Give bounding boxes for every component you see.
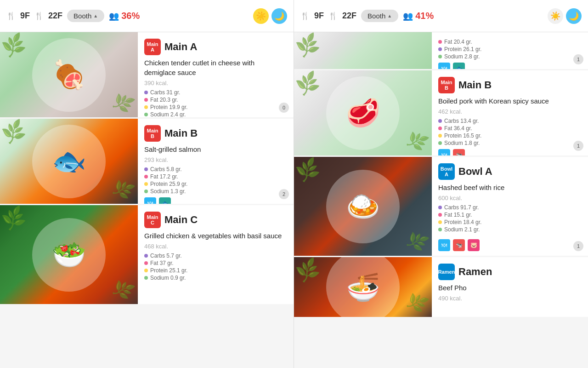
food-image-main-b-right: 🌿 🥩 🌿 [294, 70, 432, 155]
dish-name-main-b-right: Boiled pork with Korean spicy sauce [438, 96, 582, 106]
dot-carbs-main-b [144, 167, 148, 171]
menu-info-bowl-a: Bowl A Bowl A Hashed beef with rice 600 … [432, 157, 588, 256]
left-theme-icons: ☀️ 🌙 [253, 8, 287, 24]
nutrition-main-c: Carbs 5.7 gr. Fat 37 gr. Protein 25.1 gr… [144, 253, 287, 281]
dish-circle-ramen: 🍜 [326, 257, 400, 317]
left-booth-button[interactable]: Booth ▲ [67, 10, 104, 22]
comment-badge-main-a: 0 [279, 103, 289, 113]
leaf-decor-8: 🌿 [294, 70, 322, 98]
bottom-row-partial: 🍽 🐟 [438, 60, 582, 69]
right-header: 🍴 9F 🍴 22F Booth ▲ 👥 41% ☀️ 🌙 [294, 0, 588, 32]
right-booth-label: Booth [368, 12, 385, 20]
menu-item-partial: 🌿 Fat 20.4 gr. Protein 26.1 gr. [294, 32, 588, 69]
dish-name-main-c: Grilled chicken & vegetables with basil … [144, 231, 287, 241]
diet-badge-blue-bowl-a: 🍽 [438, 239, 450, 251]
left-capacity-value: 36% [121, 11, 140, 21]
left-sun-icon[interactable]: ☀️ [253, 8, 269, 24]
leaf-decor-6: 🌿 [110, 277, 137, 304]
leaf-decor-12: 🌿 [294, 257, 322, 284]
nutrition-carbs-main-a: Carbs 31 gr. [144, 89, 287, 96]
left-scroll-area[interactable]: 🌿 🍖 🌿 Main A Main A Chicken tender cutle… [0, 32, 294, 368]
comment-circle-main-b-right: 1 [573, 141, 583, 151]
right-panel: 🍴 9F 🍴 22F Booth ▲ 👥 41% ☀️ 🌙 � [294, 0, 588, 368]
category-label-main-c: Main C [164, 214, 198, 226]
food-image-main-b: 🌿 🐟 🌿 [0, 119, 138, 204]
right-floor1: 9F [314, 11, 324, 21]
diet-badge-teal-partial: 🐟 [453, 63, 465, 69]
category-badge-bowl-a: Bowl A [438, 163, 455, 180]
food-image-main-a: 🌿 🍖 🌿 [0, 32, 138, 117]
right-booth-button[interactable]: Booth ▲ [361, 10, 398, 22]
dot-protein-main-b-right [438, 134, 442, 138]
dish-name-bowl-a: Hashed beef with rice [438, 183, 582, 192]
comment-badge-partial: 1 [573, 54, 583, 64]
food-image-ramen: 🌿 🍜 🌿 [294, 257, 432, 317]
kcal-main-a: 390 kcal. [144, 80, 287, 86]
nutrition-main-b: Carbs 5.8 gr. Fat 17.2 gr. Protein 25.9 … [144, 166, 287, 195]
leaf-decor-2: 🌿 [110, 90, 137, 117]
category-badge-main-b-right: Main B [438, 77, 455, 93]
diet-badge-blue-partial: 🍽 [438, 63, 450, 69]
category-row-main-c: Main C Main C [144, 212, 287, 228]
menu-item-main-a: 🌿 🍖 🌿 Main A Main A Chicken tender cutle… [0, 32, 294, 117]
nutrition-main-b-right: Carbs 13.4 gr. Fat 36.4 gr. Protein 16.5… [438, 118, 582, 146]
dish-name-main-a: Chicken tender cutlet in cheese with dem… [144, 58, 287, 77]
food-image-bowl-a: 🌿 🍛 🌿 [294, 157, 432, 256]
right-moon-icon[interactable]: 🌙 [566, 8, 582, 24]
leaf-decor-1: 🌿 [0, 32, 28, 59]
dish-circle-main-b-right: 🥩 [326, 76, 400, 150]
comment-circle-main-a: 0 [279, 103, 289, 113]
menu-item-main-b-right: 🌿 🥩 🌿 Main B Main B Boiled pork with Kor… [294, 70, 588, 155]
dot-carbs-main-a [144, 91, 148, 94]
left-floor1: 9F [20, 11, 30, 21]
bottom-row-main-b: 🍽 🐟 [144, 195, 287, 204]
right-capacity-icon: 👥 [403, 11, 413, 21]
dot-fat-partial [438, 40, 442, 44]
kcal-main-b: 293 kcal. [144, 156, 287, 163]
dot-sodium-partial [438, 55, 442, 58]
dot-protein-partial [438, 47, 442, 51]
dot-protein-main-c [144, 269, 148, 272]
dot-sodium-bowl-a [438, 228, 442, 231]
diet-badge-pink-bowl-a: 🐷 [468, 239, 480, 251]
category-label-bowl-a: Bowl A [458, 166, 492, 178]
category-badge-main-c: Main C [144, 212, 161, 228]
app-container: 🍴 9F 🍴 22F Booth ▲ 👥 36% ☀️ 🌙 � [0, 0, 588, 368]
menu-item-main-b: 🌿 🐟 🌿 Main B Main B Salt-grilled salmon … [0, 119, 294, 204]
right-sun-icon[interactable]: ☀️ [548, 8, 563, 24]
leaf-decor-11: 🌿 [404, 229, 431, 255]
left-moon-icon[interactable]: 🌙 [271, 8, 287, 24]
dot-fat-main-b-right [438, 126, 442, 130]
dish-name-main-b: Salt-grilled salmon [144, 144, 287, 154]
leaf-decor-3: 🌿 [0, 119, 28, 146]
comment-badge-bowl-a: 1 [573, 241, 583, 251]
dish-circle-main-c: 🥗 [32, 218, 106, 292]
kcal-main-b-right: 462 kcal. [438, 108, 582, 115]
comment-circle-bowl-a: 1 [573, 241, 583, 251]
leaf-decor-7: 🌿 [294, 32, 322, 59]
leaf-decor-5: 🌿 [0, 205, 28, 232]
right-scroll-area[interactable]: 🌿 Fat 20.4 gr. Protein 26.1 gr. [294, 32, 588, 368]
bottom-row-bowl-a: 🍽 🐄 🐷 [438, 236, 582, 251]
dot-fat-main-c [144, 261, 148, 265]
kcal-main-c: 468 kcal. [144, 243, 287, 250]
dot-carbs-bowl-a [438, 206, 442, 209]
nutrition-sodium-main-a: Sodium 2.4 gr. [144, 111, 287, 117]
menu-info-main-a: Main A Main A Chicken tender cutlet in c… [138, 32, 294, 117]
diet-badge-red-main-b-right: 🐄 [453, 149, 465, 155]
dish-circle-bowl-a: 🍛 [326, 170, 400, 243]
diet-badge-red-bowl-a: 🐄 [453, 239, 465, 251]
cutlery-icon-left: 🍴 [6, 12, 16, 20]
dot-sodium-main-a [144, 113, 148, 116]
category-row-main-b-right: Main B Main B [438, 77, 582, 93]
bottom-row-main-c [144, 297, 287, 299]
bottom-row-main-b-right: 🍽 🐄 [438, 146, 582, 155]
left-header: 🍴 9F 🍴 22F Booth ▲ 👥 36% ☀️ 🌙 [0, 0, 294, 32]
leaf-decor-13: 🌿 [404, 290, 431, 316]
dish-name-ramen: Beef Pho [438, 283, 582, 293]
right-capacity-badge: 👥 41% [403, 11, 434, 21]
kcal-ramen: 490 kcal. [438, 295, 582, 302]
nutrition-main-a: Carbs 31 gr. Fat 20.3 gr. Protein 19.9 g… [144, 89, 287, 117]
dot-sodium-main-b [144, 190, 148, 193]
dish-circle-main-a: 🍖 [32, 38, 106, 112]
